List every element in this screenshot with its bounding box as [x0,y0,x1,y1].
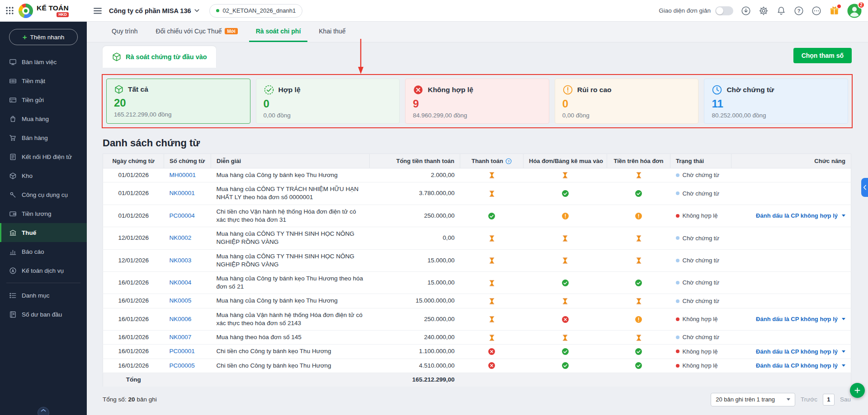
hourglass-icon [488,235,495,242]
invoice-status-cell [524,345,607,359]
sidebar-item-tien-luong[interactable]: Tiền lương [0,204,87,223]
download-button[interactable] [741,6,751,16]
sidebar-toggle-button[interactable] [94,8,102,14]
sidebar-item-ban-hang[interactable]: Bán hàng [0,128,87,147]
chevron-down-icon[interactable] [842,364,845,367]
column-header[interactable]: Tổng tiền thanh toán [370,154,460,168]
more-button[interactable] [811,6,821,16]
column-header[interactable]: Số chứng từ [164,154,211,168]
simple-ui-toggle[interactable] [715,6,733,15]
sidebar-item-kho[interactable]: Kho [0,166,87,185]
promo-gift-button[interactable] [829,5,840,16]
settings-button[interactable] [759,6,769,16]
sidebar-collapse-button[interactable] [38,407,49,415]
card-valid[interactable]: Hợp lệ00,00 đồng [256,79,400,124]
support-floating-button[interactable] [850,383,865,398]
doc-number-link[interactable]: PC00005 [170,362,195,369]
choose-parameters-button[interactable]: Chọn tham số [793,48,852,63]
mark-invalid-expense-link[interactable]: Đánh dấu là CP không hợp lý [756,362,838,370]
card-count: 9 [413,98,542,109]
card-risk[interactable]: Rủi ro cao00,00 đồng [555,79,699,124]
sidebar-item-bao-cao[interactable]: Báo cáo [0,242,87,261]
notifications-button[interactable] [776,6,786,16]
company-selector[interactable]: Công ty cổ phần MISA 136 [109,7,199,14]
card-invalid[interactable]: Không hợp lệ984.960.299,00 đồng [405,79,549,124]
payment-info-icon[interactable]: ? [505,158,512,164]
status-dot [676,281,679,284]
tab-quy-trinh[interactable]: Quy trình [105,22,145,42]
help-button[interactable]: ? [794,6,804,16]
status-dot [676,317,679,321]
table-row[interactable]: 16/01/2026NK0007Mua hàng theo hóa đơn số… [103,331,851,345]
chevron-down-icon[interactable] [842,318,845,320]
table-row[interactable]: 16/01/2026NK0004Mua hàng của Công ty bán… [103,271,851,294]
sidebar-item-tien-gui[interactable]: Tiền gửi [0,90,87,109]
sidebar-item-tien-mat[interactable]: Tiền mặt [0,71,87,90]
app-launcher-button[interactable] [5,6,14,15]
hourglass-icon [561,334,569,341]
doc-number-link[interactable]: PC00004 [170,212,195,219]
next-page-button[interactable]: Sau [840,396,851,403]
sidebar-item-cong-cu-dung-cu[interactable]: Công cụ dụng cụ [0,185,87,204]
doc-total-amount: 2.000,00 [370,168,460,182]
table-row[interactable]: 16/01/2026PC00001Chi tiền cho Công ty bá… [103,345,851,359]
column-header[interactable]: Diễn giải [211,154,370,168]
mark-invalid-expense-link[interactable]: Đánh dấu là CP không hợp lý [756,315,838,323]
table-row[interactable]: 01/01/2026PC00004Chi tiền cho Vận hành h… [103,205,851,227]
sidebar-item-ket-noi-hd-dien-tu[interactable]: Kết nối HĐ điện tử [0,147,87,166]
invoice-amount-status-cell [607,359,670,373]
sidebar-item-thue[interactable]: Thuế [0,223,87,242]
doc-number-link[interactable]: MH00001 [170,172,196,178]
table-row[interactable]: 12/01/2026NK0003Mua hàng của CÔNG TY TNH… [103,249,851,271]
quick-add-button[interactable]: + Thêm nhanh [9,29,78,45]
chevron-down-icon[interactable] [842,350,845,353]
current-page[interactable]: 1 [823,394,835,406]
table-row[interactable]: 01/01/2026MH00001Mua hàng của Công ty bá… [103,168,851,182]
doc-number-link[interactable]: NK0003 [170,257,192,264]
mark-invalid-expense-link[interactable]: Đánh dấu là CP không hợp lý [756,348,838,356]
tab-khai-thue[interactable]: Khai thuế [312,22,352,42]
prev-page-button[interactable]: Trước [801,396,817,403]
table-row[interactable]: 16/01/2026NK0006Mua hàng của Vận hành hệ… [103,308,851,330]
column-header[interactable]: Tiền trên hóa đơn [607,154,670,168]
mark-invalid-expense-link[interactable]: Đánh dấu là CP không hợp lý [756,212,838,220]
app-logo[interactable]: KẾ TOÁN HKD [19,4,87,18]
column-header[interactable]: Ngày chứng từ [103,154,164,168]
doc-number-link[interactable]: PC00001 [170,348,195,354]
table-row[interactable]: 16/01/2026NK0005Mua hàng của Công ty bán… [103,294,851,308]
user-avatar[interactable]: 2 [847,4,862,18]
card-all[interactable]: Tất cả20165.212.299,00 đồng [106,79,250,124]
sidebar-item-label: Tiền lương [22,210,51,217]
tab-doi-chieu-voi-cuc-thue[interactable]: Đối chiếu với Cục ThuếMới [149,22,245,42]
page-size-select[interactable]: 20 bản ghi trên 1 trang [711,393,795,406]
doc-number-link[interactable]: NK0006 [170,316,192,322]
table-row[interactable]: 16/01/2026PC00005Chi tiền cho Công ty bá… [103,359,851,373]
doc-number-link[interactable]: NK0005 [170,297,192,304]
sidebar-item-mua-hang[interactable]: Mua hàng [0,109,87,128]
doc-number-link[interactable]: NK0002 [170,234,192,241]
warehouse-icon [9,172,17,180]
column-header[interactable]: Hóa đơn/Bảng kê mua vào [524,154,607,168]
doc-number-link[interactable]: NK00001 [170,190,195,196]
doc-number-link[interactable]: NK0004 [170,279,192,286]
clock-icon [712,84,722,95]
sidebar-item-ban-lam-viec[interactable]: Bàn làm việc [0,52,87,71]
side-panel-handle[interactable] [861,178,868,197]
column-header[interactable]: Thanh toán? [460,154,524,168]
chevron-down-icon[interactable] [842,214,845,217]
brand-badge: HKD [57,12,68,17]
table-row[interactable]: 12/01/2026NK0002Mua hàng của CÔNG TY TNH… [103,227,851,249]
doc-number-link[interactable]: NK0007 [170,334,192,340]
sidebar-item-danh-muc[interactable]: Danh mục [0,286,87,305]
workspace-tab[interactable]: 02_KETOAN_2026_dnanh1 [209,4,303,18]
column-header[interactable]: Chức năng [731,154,851,168]
status-text: Chờ chứng từ [683,171,720,179]
column-header[interactable]: Trạng thái [670,154,731,168]
sidebar-item-so-du-ban-dau[interactable]: Số dư ban đầu [0,305,87,324]
tab-ra-soat-chi-phi[interactable]: Rà soát chi phí [249,22,308,42]
sidebar-item-ke-toan-dich-vu[interactable]: Kế toán dịch vụ [0,261,87,280]
table-row[interactable]: 01/01/2026NK00001Mua hàng của CÔNG TY TR… [103,182,851,205]
subtab-input-documents-review[interactable]: Rà soát chứng từ đầu vào [103,46,216,68]
doc-total-amount: 4.510.000,00 [370,359,460,373]
card-waiting[interactable]: Chờ chứng từ1180.252.000,00 đồng [704,79,848,124]
